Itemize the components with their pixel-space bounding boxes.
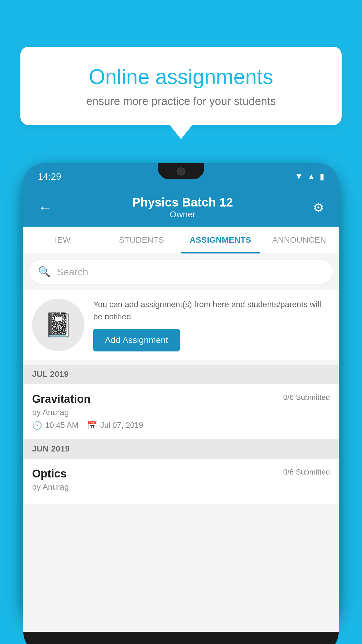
- tabs-bar: IEW STUDENTS ASSIGNMENTS ANNOUNCEN: [23, 227, 339, 254]
- assignment-optics[interactable]: Optics 0/6 Submitted by Anurag: [23, 459, 339, 504]
- content-area: 🔍 Search 📓 You can add assignment(s) fro…: [23, 254, 339, 632]
- phone-camera: [177, 167, 185, 176]
- calendar-icon: 📅: [87, 421, 97, 430]
- tab-students[interactable]: STUDENTS: [102, 227, 181, 253]
- header-title-group: Physics Batch 12 Owner: [132, 195, 233, 219]
- assignment-top-row: Gravitation 0/6 Submitted: [32, 393, 330, 405]
- promo-subtitle: ensure more practice for your students: [44, 95, 318, 108]
- phone-frame: 14:29 ▼ ▲ ▮ ← Physics Batch 12 Owner ⚙ I…: [23, 163, 339, 624]
- section-jun-2019: JUN 2019: [23, 439, 339, 459]
- promo-icon-circle: 📓: [32, 299, 85, 351]
- batch-role: Owner: [132, 209, 233, 219]
- tab-assignments[interactable]: ASSIGNMENTS: [181, 227, 260, 253]
- assignment-author-optics: by Anurag: [32, 482, 330, 492]
- tab-iew[interactable]: IEW: [23, 227, 102, 253]
- assignment-submitted-gravitation: 0/6 Submitted: [283, 393, 330, 402]
- notebook-icon: 📓: [44, 311, 73, 339]
- assignment-submitted-optics: 0/6 Submitted: [283, 468, 330, 477]
- battery-icon: ▮: [320, 172, 324, 181]
- promo-banner: Online assignments ensure more practice …: [20, 47, 342, 125]
- back-button[interactable]: ←: [38, 199, 52, 216]
- status-bar: 14:29 ▼ ▲ ▮: [23, 163, 339, 190]
- speech-bubble: Online assignments ensure more practice …: [20, 47, 342, 125]
- signal-icon: ▲: [307, 172, 315, 181]
- assignment-author-gravitation: by Anurag: [32, 408, 330, 417]
- app-header: ← Physics Batch 12 Owner ⚙: [23, 190, 339, 227]
- status-icons: ▼ ▲ ▮: [295, 172, 324, 181]
- add-assignment-button[interactable]: Add Assignment: [93, 329, 180, 351]
- wifi-icon: ▼: [295, 172, 303, 181]
- promo-description: You can add assignment(s) from here and …: [93, 298, 330, 323]
- section-jul-2019: JUL 2019: [23, 365, 339, 384]
- assignment-gravitation[interactable]: Gravitation 0/6 Submitted by Anurag 🕙 10…: [23, 384, 339, 439]
- assignment-optics-top-row: Optics 0/6 Submitted: [32, 468, 330, 480]
- promo-title: Online assignments: [44, 64, 318, 89]
- assignment-time-gravitation: 🕙 10:45 AM: [32, 421, 78, 430]
- settings-button[interactable]: ⚙: [313, 200, 324, 215]
- phone-bottom: [23, 632, 339, 644]
- clock-icon: 🕙: [32, 421, 42, 430]
- promo-card: 📓 You can add assignment(s) from here an…: [23, 290, 339, 360]
- tab-announcements[interactable]: ANNOUNCEN: [260, 227, 339, 253]
- assignment-title-optics: Optics: [32, 468, 66, 480]
- status-time: 14:29: [38, 171, 61, 182]
- assignment-date-gravitation: 📅 Jul 07, 2019: [87, 421, 143, 430]
- assignment-title-gravitation: Gravitation: [32, 393, 91, 405]
- phone-device: 14:29 ▼ ▲ ▮ ← Physics Batch 12 Owner ⚙ I…: [23, 163, 339, 644]
- batch-title: Physics Batch 12: [132, 195, 233, 209]
- assignment-meta-gravitation: 🕙 10:45 AM 📅 Jul 07, 2019: [32, 421, 330, 430]
- search-icon: 🔍: [38, 266, 51, 278]
- search-placeholder: Search: [57, 266, 88, 278]
- promo-text-section: You can add assignment(s) from here and …: [93, 298, 330, 351]
- search-bar[interactable]: 🔍 Search: [29, 260, 333, 284]
- phone-notch: [158, 163, 204, 179]
